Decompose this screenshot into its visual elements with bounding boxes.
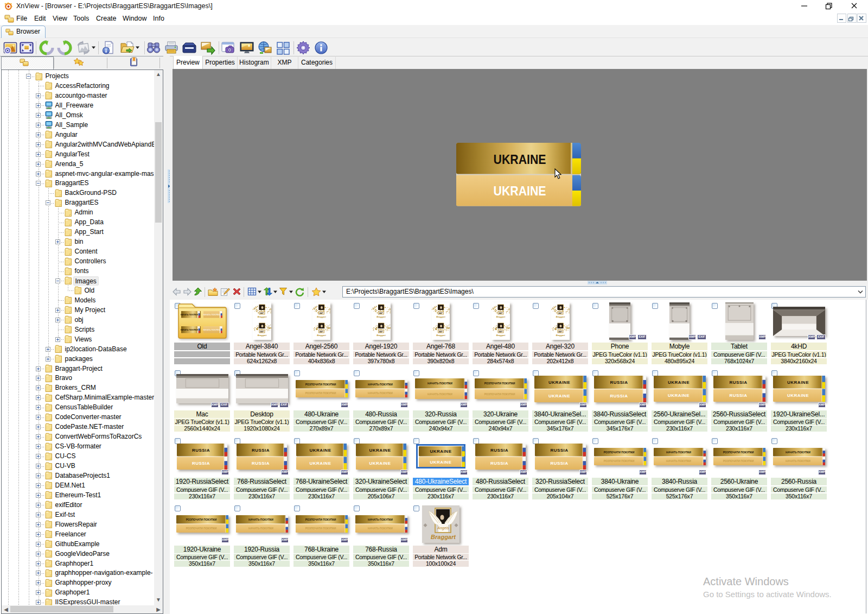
svg-text:НАЧАТЬ ПОКУПКИ: НАЧАТЬ ПОКУПКИ <box>180 314 198 316</box>
svg-text:RUSSIA: RUSSIA <box>610 394 628 398</box>
svg-text:Braggart: Braggart <box>556 334 565 337</box>
svg-text:Braggart: Braggart <box>496 334 505 337</box>
svg-text:RUSSIA: RUSSIA <box>550 461 568 466</box>
svg-text:Braggart: Braggart <box>257 334 266 337</box>
svg-text:НАЧАТЬ ПОКУПКИ: НАЧАТЬ ПОКУПКИ <box>180 329 198 331</box>
svg-text:НАЧАТЬ ПОКУПКИ: НАЧАТЬ ПОКУПКИ <box>666 459 691 463</box>
svg-text:UKRAINE: UKRAINE <box>668 393 690 398</box>
svg-text:UKRAINE: UKRAINE <box>369 461 391 466</box>
svg-text:НАЧАТЬ ПОКУПКИ: НАЧАТЬ ПОКУПКИ <box>368 518 393 521</box>
svg-text:РОЗПОЧАТИ ПОКУПКИ: РОЗПОЧАТИ ПОКУПКИ <box>603 450 634 453</box>
svg-text:UKRAINE: UKRAINE <box>494 183 546 198</box>
svg-text:РОЗПОЧАТИ ПОКУПКИ: РОЗПОЧАТИ ПОКУПКИ <box>723 450 754 453</box>
svg-text:RUSSIA: RUSSIA <box>729 380 747 385</box>
svg-text:Braggart: Braggart <box>496 315 505 318</box>
svg-text:РОЗПОЧАТИ ПОКУПКИ: РОЗПОЧАТИ ПОКУПКИ <box>603 459 634 463</box>
svg-text:RUSSIA: RUSSIA <box>192 447 210 452</box>
svg-text:НАЧАТЬ ПОКУПКИ: НАЧАТЬ ПОКУПКИ <box>427 382 452 385</box>
svg-text:UKRAINE: UKRAINE <box>494 152 546 167</box>
svg-text:НАЧАТЬ ПОКУПКИ: НАЧАТЬ ПОКУПКИ <box>786 459 810 463</box>
svg-text:Braggart: Braggart <box>376 334 386 337</box>
svg-text:Braggart: Braggart <box>257 315 266 318</box>
svg-text:RUSSIA: RUSSIA <box>252 461 270 466</box>
svg-text:UKRAINE: UKRAINE <box>548 380 570 385</box>
svg-text:РОЗПОЧАТИ ПОКУПКИ: РОЗПОЧАТИ ПОКУПКИ <box>723 459 754 463</box>
svg-text:Braggart: Braggart <box>436 334 445 337</box>
svg-text:Braggart: Braggart <box>317 334 326 337</box>
svg-text:RUSSIA: RUSSIA <box>729 393 747 398</box>
svg-text:RUSSIA: RUSSIA <box>550 447 568 452</box>
svg-text:РОЗПОЧАТИ ПОКУПКИ: РОЗПОЧАТИ ПОКУПКИ <box>186 527 216 530</box>
svg-text:UKRAINE: UKRAINE <box>369 447 391 452</box>
svg-text:RUSSIA: RUSSIA <box>252 447 270 452</box>
svg-text:РОЗПОЧАТИ ПОКУПКИ: РОЗПОЧАТИ ПОКУПКИ <box>484 393 515 396</box>
svg-text:Angels: Angels <box>437 526 449 530</box>
svg-text:НАЧАТЬ ПОКУПКИ: НАЧАТЬ ПОКУПКИ <box>368 527 393 530</box>
svg-text:RUSSIA: RUSSIA <box>192 461 210 466</box>
svg-text:UKRAINE: UKRAINE <box>430 460 451 465</box>
svg-text:Braggart: Braggart <box>431 534 456 540</box>
svg-text:РОЗПОЧАТИ ПОКУПКИ: РОЗПОЧАТИ ПОКУПКИ <box>186 518 216 521</box>
svg-text:RUSSIA: RUSSIA <box>610 380 628 385</box>
svg-text:НАЧАТЬ ПОКУПКИ: НАЧАТЬ ПОКУПКИ <box>202 329 220 331</box>
svg-text:UKRAINE: UKRAINE <box>787 393 809 398</box>
svg-text:RUSSIA: RUSSIA <box>490 447 508 452</box>
svg-text:НАЧАТЬ ПОКУПКИ: НАЧАТЬ ПОКУПКИ <box>202 314 220 316</box>
svg-text:НАЧАТЬ ПОКУПКИ: НАЧАТЬ ПОКУПКИ <box>368 383 393 386</box>
svg-text:НАЧАТЬ ПОКУПКИ: НАЧАТЬ ПОКУПКИ <box>786 450 810 453</box>
svg-text:UKRAINE: UKRAINE <box>548 394 570 398</box>
svg-text:UKRAINE: UKRAINE <box>430 449 451 454</box>
svg-text:RUSSIA: RUSSIA <box>490 461 508 466</box>
svg-text:РОЗПОЧАТИ ПОКУПКИ: РОЗПОЧАТИ ПОКУПКИ <box>484 382 515 385</box>
svg-text:НАЧАТЬ ПОКУПКИ: НАЧАТЬ ПОКУПКИ <box>248 527 273 530</box>
svg-text:НАЧАТЬ ПОКУПКИ: НАЧАТЬ ПОКУПКИ <box>248 518 273 521</box>
svg-text:НАЧАТЬ ПОКУПКИ: НАЧАТЬ ПОКУПКИ <box>666 450 691 453</box>
svg-text:РОЗПОЧАТИ ПОКУПКИ: РОЗПОЧАТИ ПОКУПКИ <box>305 518 336 521</box>
svg-text:Braggart: Braggart <box>556 315 565 318</box>
svg-text:Braggart: Braggart <box>317 315 326 318</box>
svg-text:UKRAINE: UKRAINE <box>310 461 331 466</box>
svg-text:РОЗПОЧАТИ ПОКУПКИ: РОЗПОЧАТИ ПОКУПКИ <box>305 527 336 530</box>
svg-text:РОЗПОЧАТИ ПОКУПКИ: РОЗПОЧАТИ ПОКУПКИ <box>305 383 336 386</box>
svg-text:Braggart: Braggart <box>376 315 386 318</box>
svg-text:UKRAINE: UKRAINE <box>668 380 690 385</box>
svg-text:UKRAINE: UKRAINE <box>310 447 331 452</box>
svg-text:НАЧАТЬ ПОКУПКИ: НАЧАТЬ ПОКУПКИ <box>368 391 393 395</box>
svg-text:Braggart: Braggart <box>436 315 445 318</box>
svg-text:UKRAINE: UKRAINE <box>787 380 809 385</box>
svg-text:НАЧАТЬ ПОКУПКИ: НАЧАТЬ ПОКУПКИ <box>427 393 452 396</box>
svg-text:РОЗПОЧАТИ ПОКУПКИ: РОЗПОЧАТИ ПОКУПКИ <box>305 391 336 395</box>
